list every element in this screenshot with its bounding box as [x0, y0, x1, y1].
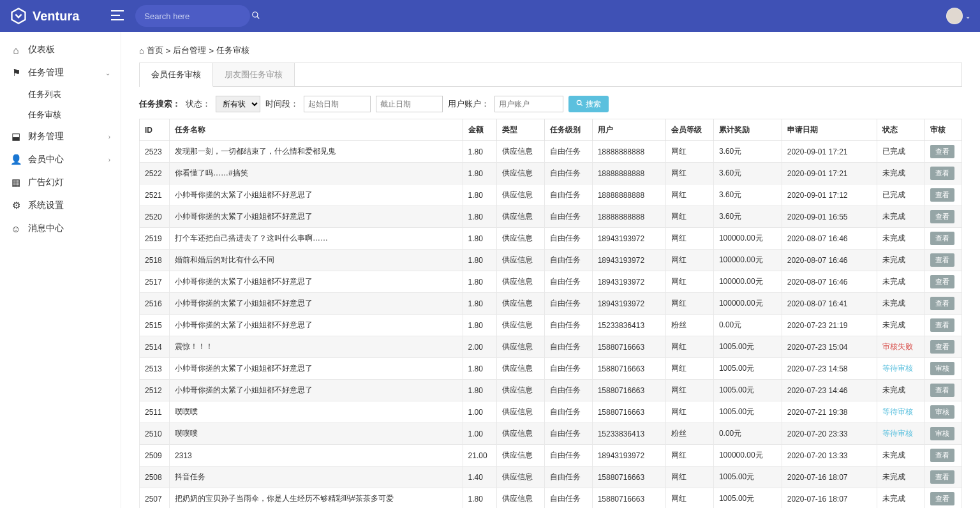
sidebar-item-task-list[interactable]: 任务列表	[0, 84, 121, 105]
cell-name: 2313	[170, 445, 463, 467]
cell-type: 供应信息	[497, 423, 545, 445]
start-date-input[interactable]	[304, 96, 371, 112]
cell-name: 震惊！！！	[170, 336, 463, 358]
cell-reward: 100000.00元	[713, 445, 782, 467]
acct-label: 用户账户：	[448, 98, 489, 110]
sidebar-item-label: 仪表板	[28, 44, 55, 56]
table-row: 2513小帅哥你搓的太紧了小姐姐都不好意思了1.80供应信息自由任务158807…	[140, 358, 962, 380]
global-search[interactable]	[135, 5, 250, 27]
cell-date: 2020-07-16 18:07	[782, 467, 877, 488]
table-row: 2508抖音任务1.40供应信息自由任务15880716663网红1005.00…	[140, 467, 962, 488]
cell-amount: 1.80	[463, 293, 496, 315]
cell-grade: 网红	[666, 184, 714, 206]
sidebar-item-message[interactable]: ☺ 消息中心	[0, 217, 121, 240]
sidebar-item-task-review[interactable]: 任务审核	[0, 105, 121, 125]
cell-grade: 网红	[666, 380, 714, 401]
tab-moments-review[interactable]: 朋友圈任务审核	[213, 63, 295, 86]
sidebar-item-label: 任务管理	[28, 67, 64, 78]
sidebar-item-ad[interactable]: ▦ 广告幻灯	[0, 171, 121, 194]
row-action-button[interactable]: 查看	[930, 384, 954, 397]
cell-user: 18943193972	[592, 228, 665, 250]
breadcrumb-current: 任务审核	[216, 45, 249, 56]
table-row: 2512小帅哥你搓的太紧了小姐姐都不好意思了1.80供应信息自由任务158807…	[140, 380, 962, 401]
table-row: 2509231321.00供应信息自由任务18943193972网红100000…	[140, 445, 962, 467]
end-date-input[interactable]	[376, 96, 443, 112]
row-action-button[interactable]: 查看	[930, 210, 954, 223]
cell-level: 自由任务	[544, 271, 592, 293]
row-action-button[interactable]: 查看	[930, 232, 954, 245]
cell-name: 小帅哥你搓的太紧了小姐姐都不好意思了	[170, 206, 463, 228]
cell-status: 未完成	[877, 293, 925, 315]
row-action-button[interactable]: 审核	[930, 405, 954, 419]
row-action-button[interactable]: 查看	[930, 145, 954, 158]
cell-reward: 100000.00元	[713, 271, 782, 293]
menu-toggle-icon[interactable]	[111, 10, 124, 22]
status-select[interactable]: 所有状态	[216, 96, 260, 112]
cell-reward: 3.60元	[713, 141, 782, 163]
row-action-button[interactable]: 查看	[930, 492, 954, 505]
search-button[interactable]: 搜索	[568, 96, 609, 112]
row-action-button[interactable]: 查看	[930, 253, 954, 267]
search-button-label: 搜索	[586, 99, 601, 110]
cell-grade: 网红	[666, 228, 714, 250]
account-input[interactable]	[494, 96, 563, 112]
sidebar-item-dashboard[interactable]: ⌂ 仪表板	[0, 38, 121, 61]
cell-user: 15880716663	[592, 380, 665, 401]
breadcrumb-back[interactable]: 后台管理	[173, 45, 206, 56]
row-action-button[interactable]: 审核	[930, 427, 954, 440]
row-action-button[interactable]: 查看	[930, 318, 954, 332]
row-action-button[interactable]: 查看	[930, 188, 954, 202]
row-action-button[interactable]: 查看	[930, 449, 954, 462]
brand[interactable]: Ventura	[10, 7, 79, 25]
cell-type: 供应信息	[497, 141, 545, 163]
row-action-button[interactable]: 查看	[930, 297, 954, 310]
col-status: 状态	[877, 119, 925, 141]
cell-name: 小帅哥你搓的太紧了小姐姐都不好意思了	[170, 315, 463, 336]
cell-reward: 0.00元	[713, 423, 782, 445]
table-row: 2515小帅哥你搓的太紧了小姐姐都不好意思了1.80供应信息自由任务152338…	[140, 315, 962, 336]
cell-status: 未完成	[877, 488, 925, 509]
cell-type: 供应信息	[497, 380, 545, 401]
sidebar-item-system[interactable]: ⚙ 系统设置	[0, 194, 121, 217]
cell-grade: 网红	[666, 358, 714, 380]
cell-level: 自由任务	[544, 141, 592, 163]
sidebar-item-label: 会员中心	[28, 154, 64, 165]
sidebar-item-label: 系统设置	[28, 200, 64, 211]
sidebar-item-member[interactable]: 👤 会员中心 ›	[0, 148, 121, 171]
row-action-button[interactable]: 查看	[930, 470, 954, 484]
table-header-row: ID 任务名称 金额 类型 任务级别 用户 会员等级 累计奖励 申请日期 状态 …	[140, 119, 962, 141]
cell-level: 自由任务	[544, 163, 592, 184]
cell-amount: 1.80	[463, 250, 496, 271]
row-action-button[interactable]: 查看	[930, 275, 954, 288]
cell-amount: 1.80	[463, 488, 496, 509]
sidebar-item-label: 财务管理	[28, 131, 64, 142]
user-menu[interactable]: ⌄	[946, 8, 970, 24]
row-action-button[interactable]: 查看	[930, 340, 954, 354]
search-icon[interactable]	[251, 11, 260, 22]
search-input[interactable]	[144, 11, 251, 21]
cell-type: 供应信息	[497, 445, 545, 467]
row-action-button[interactable]: 查看	[930, 167, 954, 180]
col-date: 申请日期	[782, 119, 877, 141]
row-action-button[interactable]: 审核	[930, 362, 954, 375]
sidebar-item-finance[interactable]: ⬓ 财务管理 ›	[0, 125, 121, 148]
cell-grade: 网红	[666, 488, 714, 509]
cell-reward: 1005.00元	[713, 467, 782, 488]
cell-date: 2020-09-01 17:21	[782, 141, 877, 163]
cell-amount: 1.80	[463, 358, 496, 380]
breadcrumb-home[interactable]: 首页	[147, 45, 163, 56]
cell-user: 15880716663	[592, 358, 665, 380]
time-label: 时间段：	[265, 98, 299, 110]
cell-user: 15880716663	[592, 336, 665, 358]
cell-name: 打个车还把自己搭进去了？这叫什么事啊……	[170, 228, 463, 250]
sidebar-item-task-mgmt[interactable]: ⚑ 任务管理 ⌄	[0, 61, 121, 84]
cell-level: 自由任务	[544, 336, 592, 358]
sidebar-item-label: 任务审核	[28, 110, 61, 119]
col-action: 审核	[925, 119, 962, 141]
cell-status: 未完成	[877, 228, 925, 250]
cell-id: 2517	[140, 271, 170, 293]
cell-grade: 网红	[666, 293, 714, 315]
tab-member-review[interactable]: 会员任务审核	[140, 63, 213, 87]
cell-date: 2020-07-20 23:33	[782, 423, 877, 445]
task-table: ID 任务名称 金额 类型 任务级别 用户 会员等级 累计奖励 申请日期 状态 …	[139, 119, 962, 508]
